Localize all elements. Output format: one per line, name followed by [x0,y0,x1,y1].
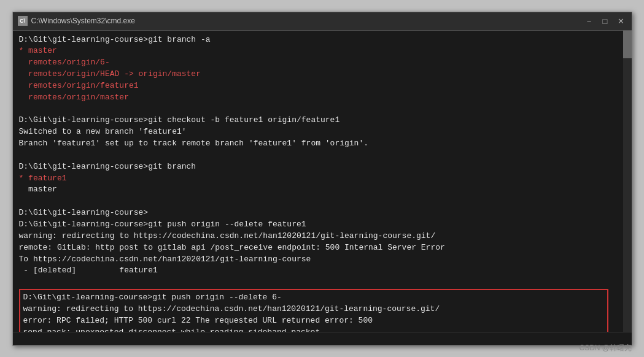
maximize-button[interactable]: □ [600,15,611,26]
highlighted-error-block: D:\Git\git-learning-course>git push orig… [19,289,608,331]
line-3: remotes/origin/6- [19,57,608,69]
h-line-4: send-pack: unexpected disconnect while r… [23,327,604,332]
line-blank-1 [19,104,608,115]
line-8: Switched to a new branch 'feature1' [19,126,608,138]
close-button[interactable]: ✕ [616,15,627,26]
window-title: C:\Windows\System32\cmd.exe [31,17,584,25]
line-5: remotes/origin/feature1 [19,80,608,92]
line-blank-3 [19,196,608,207]
minimize-button[interactable]: − [584,15,595,26]
h-line-2: warning: redirecting to https://codechin… [23,304,604,315]
line-10: D:\Git\git-learning-course>git branch [19,161,608,173]
app-icon: C\ [18,16,28,26]
line-12: master [19,184,608,196]
line-blank-4 [19,277,608,288]
cmd-window: C\ C:\Windows\System32\cmd.exe − □ ✕ D:\… [12,12,632,346]
window-controls: − □ ✕ [584,15,627,26]
terminal-wrapper: D:\Git\git-learning-course>git branch -a… [13,31,632,332]
scrollbar-thumb[interactable] [623,31,632,58]
line-6: remotes/origin/master [19,92,608,104]
line-15: warning: redirecting to https://codechin… [19,231,608,242]
line-9: Branch 'feature1' set up to track remote… [19,138,608,150]
line-blank-2 [19,150,608,161]
line-2: * master [19,45,608,57]
csdn-watermark: CSDN @韩曙亮 [579,343,632,353]
titlebar: C\ C:\Windows\System32\cmd.exe − □ ✕ [13,12,632,31]
line-4: remotes/origin/HEAD -> origin/master [19,69,608,80]
line-1: D:\Git\git-learning-course>git branch -a [19,34,608,46]
line-13: D:\Git\git-learning-course> [19,207,608,219]
line-18: - [deleted] feature1 [19,265,608,277]
line-14: D:\Git\git-learning-course>git push orig… [19,219,608,231]
line-16: remote: GitLab: http post to gitlab api … [19,242,608,254]
line-11: * feature1 [19,173,608,185]
scrollbar-track[interactable] [623,31,632,332]
terminal-output[interactable]: D:\Git\git-learning-course>git branch -a… [13,31,615,332]
line-7: D:\Git\git-learning-course>git checkout … [19,115,608,126]
bottom-bar: CSDN @韩曙亮 [13,332,632,345]
h-line-3: error: RPC failed; HTTP 500 curl 22 The … [23,315,604,327]
line-17: To https://codechina.csdn.net/han1202012… [19,254,608,266]
h-line-1: D:\Git\git-learning-course>git push orig… [23,292,604,304]
